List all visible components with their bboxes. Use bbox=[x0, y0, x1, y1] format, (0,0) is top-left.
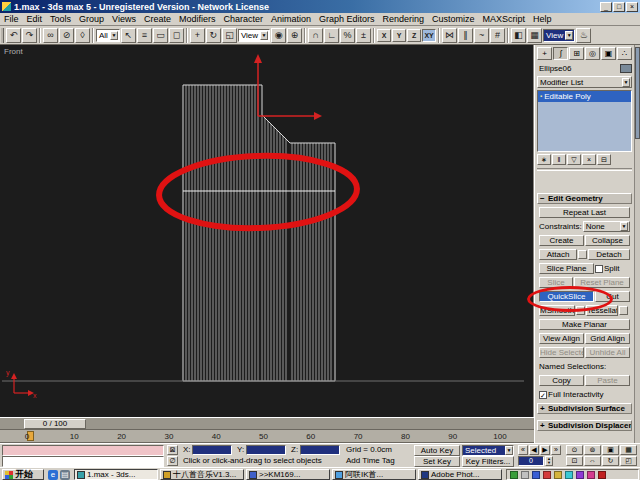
select-and-rotate-icon[interactable]: ↻ bbox=[206, 28, 221, 43]
zoom-extents-all-icon[interactable]: ▦ bbox=[620, 445, 637, 455]
full-interactivity-checkbox[interactable]: ✓ bbox=[539, 391, 547, 399]
show-desktop-icon[interactable]: ▤ bbox=[60, 470, 70, 480]
select-by-name-icon[interactable]: ≡ bbox=[137, 28, 152, 43]
msmooth-settings-button[interactable] bbox=[576, 306, 585, 315]
subdivision-displacement-rollout-header[interactable]: Subdivision Displacement bbox=[537, 420, 632, 431]
time-slider-track[interactable]: 0 / 100 bbox=[0, 417, 534, 430]
collapse-button[interactable]: Collapse bbox=[585, 235, 630, 246]
maxscript-mini-listener[interactable] bbox=[2, 456, 164, 467]
attach-list-button[interactable] bbox=[578, 250, 587, 259]
render-scene-icon[interactable]: ▦ bbox=[527, 28, 542, 43]
angle-snap-icon[interactable]: ∟ bbox=[324, 28, 339, 43]
curve-editor-icon[interactable]: ~ bbox=[474, 28, 489, 43]
align-icon[interactable]: ∥ bbox=[458, 28, 473, 43]
object-color-swatch[interactable] bbox=[620, 64, 632, 73]
current-frame-field[interactable]: 0 bbox=[518, 456, 544, 466]
pan-icon[interactable]: ⇔ bbox=[584, 456, 601, 466]
arc-rotate-icon[interactable]: ↻ bbox=[602, 456, 619, 466]
frame-spinner[interactable]: ▲▼ bbox=[545, 456, 553, 466]
tab-motion[interactable]: ◎ bbox=[585, 47, 600, 60]
tray-icon-3[interactable] bbox=[532, 471, 540, 479]
transform-gizmo[interactable] bbox=[254, 54, 322, 120]
taskbar-task-4[interactable]: 阿联IK首... bbox=[332, 469, 416, 480]
slice-button[interactable]: Slice bbox=[539, 277, 573, 288]
front-viewport[interactable]: x y Front bbox=[0, 45, 534, 417]
unlink-selection-icon[interactable]: ⊘ bbox=[59, 28, 74, 43]
quick-render-icon[interactable]: ♨ bbox=[576, 28, 591, 43]
configure-modifier-sets-icon[interactable]: ⊟ bbox=[597, 154, 611, 165]
select-and-manipulate-icon[interactable]: ⊕ bbox=[287, 28, 302, 43]
reset-plane-button[interactable]: Reset Plane bbox=[574, 277, 630, 288]
undo-icon[interactable]: ↶ bbox=[6, 28, 21, 43]
attach-button[interactable]: Attach bbox=[539, 249, 577, 260]
taskbar-task-5[interactable]: Adobe Phot... bbox=[418, 469, 502, 480]
cut-button[interactable]: Cut bbox=[595, 291, 630, 302]
zoom-extents-icon[interactable]: ▣ bbox=[602, 445, 619, 455]
add-time-tag-button[interactable]: Add Time Tag bbox=[346, 456, 395, 466]
axis-constraint-xy-button[interactable]: XY bbox=[422, 29, 436, 42]
menu-modifiers[interactable]: Modifiers bbox=[175, 13, 220, 25]
x-coordinate-field[interactable] bbox=[192, 445, 232, 455]
snap-toggle-icon[interactable]: ∩ bbox=[308, 28, 323, 43]
window-crossing-icon[interactable]: ◻ bbox=[169, 28, 184, 43]
z-coordinate-field[interactable] bbox=[300, 445, 340, 455]
select-and-move-icon[interactable]: + bbox=[190, 28, 205, 43]
close-button[interactable]: × bbox=[626, 2, 638, 12]
repeat-last-button[interactable]: Repeat Last bbox=[539, 207, 630, 218]
set-key-button[interactable]: Set Key bbox=[414, 456, 460, 467]
panel-scrollbar[interactable] bbox=[634, 45, 640, 443]
menu-maxscript[interactable]: MAXScript bbox=[479, 13, 530, 25]
slice-plane-button[interactable]: Slice Plane bbox=[539, 263, 594, 274]
tray-icon-9[interactable] bbox=[598, 471, 606, 479]
tessellate-settings-button[interactable] bbox=[619, 306, 628, 315]
schematic-view-icon[interactable]: # bbox=[490, 28, 505, 43]
select-and-link-icon[interactable]: ∞ bbox=[43, 28, 58, 43]
minimize-button[interactable]: _ bbox=[600, 2, 612, 12]
selection-lock-toggle[interactable]: ⊠ bbox=[167, 445, 178, 455]
axis-constraint-z-button[interactable]: Z bbox=[407, 29, 421, 42]
go-to-start-button[interactable]: « bbox=[518, 445, 528, 455]
menu-edit[interactable]: Edit bbox=[23, 13, 47, 25]
menu-create[interactable]: Create bbox=[140, 13, 175, 25]
time-slider-handle[interactable]: 0 / 100 bbox=[24, 419, 86, 429]
tab-create[interactable]: + bbox=[537, 47, 552, 60]
make-unique-icon[interactable]: ▽ bbox=[567, 154, 581, 165]
go-to-end-button[interactable]: » bbox=[551, 445, 561, 455]
paste-named-selection-button[interactable]: Paste bbox=[585, 375, 630, 386]
tab-modify[interactable]: ∫ bbox=[553, 47, 568, 60]
remove-modifier-icon[interactable]: × bbox=[582, 154, 596, 165]
menu-graph-editors[interactable]: Graph Editors bbox=[315, 13, 379, 25]
edit-geometry-rollout-header[interactable]: Edit Geometry bbox=[537, 193, 632, 204]
ie-quick-launch-icon[interactable]: e bbox=[48, 470, 58, 480]
tab-hierarchy[interactable]: ⊞ bbox=[569, 47, 584, 60]
tray-icon-6[interactable] bbox=[565, 471, 573, 479]
selection-set-dropdown[interactable]: Selected bbox=[462, 445, 514, 456]
panel-scrollbar-thumb[interactable] bbox=[635, 47, 640, 139]
rectangular-selection-region-icon[interactable]: ▭ bbox=[153, 28, 168, 43]
mirror-icon[interactable]: ⋈ bbox=[442, 28, 457, 43]
zoom-region-icon[interactable]: ⊡ bbox=[566, 456, 583, 466]
percent-snap-icon[interactable]: % bbox=[340, 28, 355, 43]
tab-utilities[interactable]: ∴ bbox=[617, 47, 632, 60]
menu-group[interactable]: Group bbox=[75, 13, 108, 25]
use-pivot-point-center-icon[interactable]: ◉ bbox=[271, 28, 286, 43]
modifier-list-dropdown[interactable]: Modifier List bbox=[537, 76, 632, 88]
select-and-scale-icon[interactable]: ◱ bbox=[222, 28, 237, 43]
modifier-stack[interactable]: ▪Editable Poly bbox=[537, 90, 632, 152]
tray-icon-4[interactable] bbox=[543, 471, 551, 479]
msmooth-button[interactable]: MSmooth bbox=[539, 305, 575, 316]
taskbar-task-1[interactable]: 1.max - 3ds... bbox=[74, 469, 158, 480]
menu-animation[interactable]: Animation bbox=[267, 13, 315, 25]
auto-key-button[interactable]: Auto Key bbox=[414, 445, 460, 456]
menu-tools[interactable]: Tools bbox=[46, 13, 75, 25]
modifier-stack-item[interactable]: ▪Editable Poly bbox=[538, 91, 631, 102]
taskbar-task-2[interactable]: 十八首音乐V1.3... bbox=[160, 469, 244, 480]
tray-icon-8[interactable] bbox=[587, 471, 595, 479]
key-filters-button[interactable]: Key Filters... bbox=[462, 456, 514, 467]
unhide-all-button[interactable]: Unhide All bbox=[585, 347, 630, 358]
bind-to-space-warp-icon[interactable]: ◊ bbox=[75, 28, 90, 43]
taskbar-task-3[interactable]: >>KM169... bbox=[246, 469, 330, 480]
menu-rendering[interactable]: Rendering bbox=[379, 13, 429, 25]
start-button[interactable]: 开始 bbox=[2, 469, 44, 480]
previous-frame-button[interactable]: ◀ bbox=[529, 445, 539, 455]
